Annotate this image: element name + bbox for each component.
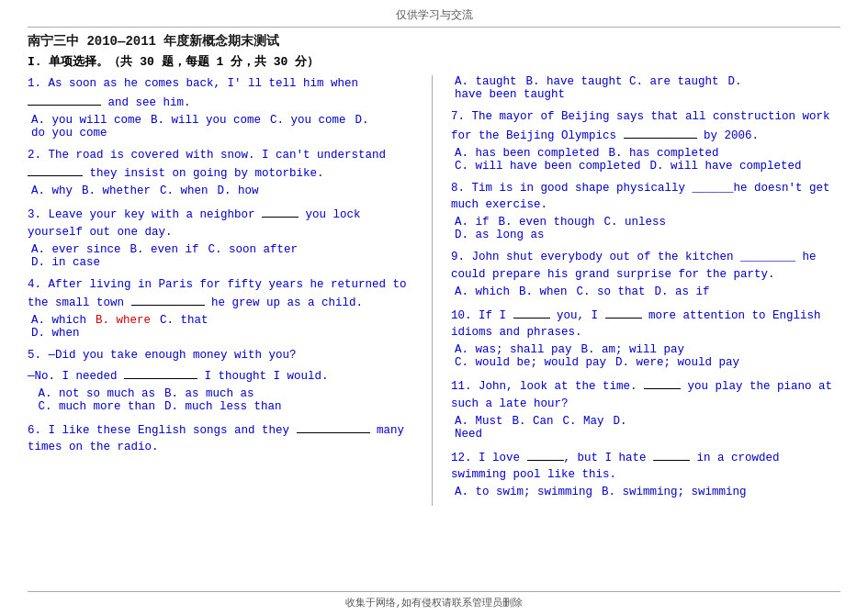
q3-options: A. ever since B. even if C. soon after <box>28 243 413 256</box>
q7-opt-b: B. has completed <box>609 147 719 160</box>
q11-options: A. Must B. Can C. May D. <box>451 415 840 428</box>
q6-text: 6. I like these English songs and they m… <box>28 420 413 457</box>
column-divider <box>432 75 433 506</box>
q3-opt-d: D. in case <box>31 256 100 269</box>
page: 仅供学习与交流 南宁三中 2010—2011 年度新概念期末测试 I. 单项选择… <box>0 0 868 615</box>
q5-opt-b: B. as much as <box>164 387 254 400</box>
q10-options: A. was; shall pay B. am; will pay <box>451 343 840 356</box>
q1-options: A. you will come B. will you come C. you… <box>28 114 413 127</box>
q3-opt-c: C. soon after <box>209 243 299 256</box>
q8-opt-a: A. if <box>455 216 490 229</box>
q10-opt-b: B. am; will pay <box>581 343 685 356</box>
top-label: 仅供学习与交流 <box>28 7 840 28</box>
question-7: 7. The mayor of Beijing says that all co… <box>451 108 840 173</box>
question-10: 10. If I you, I more attention to Englis… <box>451 306 840 370</box>
q3-text: 3. Leave your key with a neighbor you lo… <box>28 205 413 241</box>
question-4: 4. After living in Paris for fifty years… <box>28 276 413 341</box>
q9-options: A. which B. when C. so that D. as if <box>451 285 840 298</box>
q4-opt-a: A. which <box>31 314 86 327</box>
q11-options-2: Need <box>451 428 840 441</box>
question-9: 9. John shut everybody out of the kitche… <box>451 249 840 298</box>
q6-opt-a: A. taught <box>455 75 517 88</box>
q9-opt-c: C. so that <box>577 285 646 298</box>
q4-opt-c: C. that <box>160 314 209 327</box>
q5-opt-d: D. much less than <box>164 400 282 413</box>
question-1: 1. As soon as he comes back, I' ll tell … <box>28 75 413 140</box>
q5-opt-c: C. much more than <box>31 400 155 413</box>
q6-options: A. taught B. have taught C. are taught D… <box>451 75 840 88</box>
question-5: 5. —Did you take enough money with you? … <box>28 347 413 413</box>
q7-options-2: C. will have been completed D. will have… <box>451 160 840 173</box>
q4-text: 4. After living in Paris for fifty years… <box>28 276 413 313</box>
q4-opt-b: B. where <box>96 314 151 327</box>
q2-opt-c: C. when <box>160 184 209 197</box>
question-2: 2. The road is covered with snow. I can'… <box>28 147 413 198</box>
section-header: I. 单项选择。（共 30 题，每题 1 分，共 30 分） <box>28 53 840 70</box>
q1-opt-d: D. <box>355 114 369 127</box>
q5-text: 5. —Did you take enough money with you? <box>28 347 413 364</box>
q6-opt-d: D. <box>728 75 742 88</box>
q12-opt-a: A. to swim; swimming <box>455 486 592 498</box>
q9-opt-d: D. as if <box>655 285 710 298</box>
q2-opt-b: B. whether <box>82 184 151 197</box>
q10-options-2: C. would be; would pay D. were; would pa… <box>451 356 840 369</box>
q1-opt-b: B. will you come <box>151 114 261 127</box>
q8-opt-d: D. as long as <box>455 229 545 241</box>
q5-options-2: C. much more than D. much less than <box>28 400 413 413</box>
q2-options: A. why B. whether C. when D. how <box>28 184 413 197</box>
q9-opt-a: A. which <box>455 285 510 298</box>
q12-text: 12. I love , but I hate in a crowded swi… <box>451 448 840 485</box>
q5-options: A. not so much as B. as much as <box>28 387 413 400</box>
q3-opt-a: A. ever since <box>31 243 121 256</box>
q1-text: 1. As soon as he comes back, I' ll tell … <box>28 75 413 112</box>
q8-options-2: D. as long as <box>451 229 840 241</box>
q7-options: A. has been completed B. has completed <box>451 147 840 160</box>
right-column: A. taught B. have taught C. are taught D… <box>451 75 840 506</box>
exam-title: 南宁三中 2010—2011 年度新概念期末测试 <box>28 33 279 50</box>
q6-opt-d2: have been taught <box>455 88 565 101</box>
q11-opt-b: B. Can <box>513 415 554 428</box>
q10-opt-a: A. was; shall pay <box>455 343 572 356</box>
q9-opt-b: B. when <box>519 285 568 298</box>
q4-opt-d: D. when <box>31 327 80 340</box>
q11-opt-d: D. <box>614 415 627 428</box>
q4-options: A. which B. where C. that <box>28 314 413 327</box>
q1-opt-a: A. you will come <box>31 114 141 127</box>
q6-options-block: A. taught B. have taught C. are taught D… <box>451 75 840 101</box>
q5-text2: —No. I needed I thought I would. <box>28 366 413 386</box>
left-column: 1. As soon as he comes back, I' ll tell … <box>28 75 413 506</box>
q10-opt-c: C. would be; would pay <box>455 356 606 369</box>
question-3: 3. Leave your key with a neighbor you lo… <box>28 205 413 269</box>
q1-options-2: do you come <box>28 127 413 140</box>
q3-options-2: D. in case <box>28 256 413 269</box>
q2-text: 2. The road is covered with snow. I can'… <box>28 147 413 184</box>
q2-opt-d: D. how <box>218 184 259 197</box>
q10-text: 10. If I you, I more attention to Englis… <box>451 306 840 342</box>
q7-text: 7. The mayor of Beijing says that all co… <box>451 108 840 145</box>
question-11: 11. John, look at the time. you play the… <box>451 376 840 441</box>
bottom-label: 收集于网络,如有侵权请联系管理员删除 <box>28 591 840 609</box>
question-8: 8. Tim is in good shape physically _____… <box>451 180 840 242</box>
q1-opt-c: C. you come <box>270 114 346 127</box>
q8-opt-b: B. even though <box>499 216 595 229</box>
q10-opt-d: D. were; would pay <box>615 356 739 369</box>
q12-options: A. to swim; swimming B. swimming; swimmi… <box>451 486 840 498</box>
q9-text: 9. John shut everybody out of the kitche… <box>451 249 840 284</box>
q8-opt-c: C. unless <box>604 216 667 229</box>
q1-opt-d2: do you come <box>31 127 107 140</box>
question-12: 12. I love , but I hate in a crowded swi… <box>451 448 840 499</box>
q5-opt-a: A. not so much as <box>31 387 155 400</box>
q6-options-2: have been taught <box>451 88 840 101</box>
q3-opt-b: B. even if <box>130 243 199 256</box>
q8-options: A. if B. even though C. unless <box>451 216 840 229</box>
q7-opt-c: C. will have been completed <box>455 160 641 173</box>
q7-opt-d: D. will have completed <box>650 160 802 173</box>
q2-opt-a: A. why <box>31 184 73 197</box>
q11-opt-c: C. May <box>563 415 604 428</box>
q11-text: 11. John, look at the time. you play the… <box>451 376 840 413</box>
q12-opt-b: B. swimming; swimming <box>602 486 747 498</box>
q4-options-2: D. when <box>28 327 413 340</box>
question-6: 6. I like these English songs and they m… <box>28 420 413 457</box>
q6-opt-b: B. have taught C. are taught <box>526 75 719 88</box>
q8-text: 8. Tim is in good shape physically _____… <box>451 180 840 215</box>
